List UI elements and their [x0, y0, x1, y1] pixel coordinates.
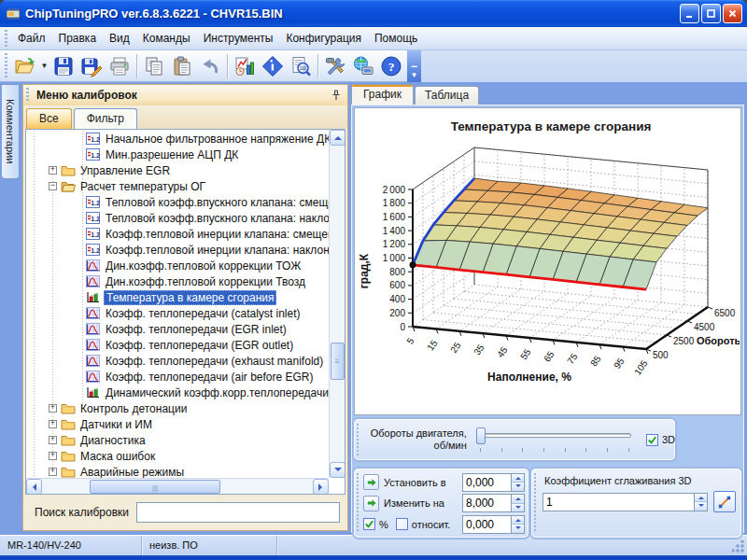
- expand-box[interactable]: +: [49, 404, 57, 413]
- surface-map-icon: [86, 291, 101, 304]
- menu-item-Команды[interactable]: Команды: [136, 29, 197, 48]
- internet-icon: [352, 55, 374, 77]
- rpm-slider-thumb[interactable]: [476, 427, 486, 444]
- tree-item[interactable]: 1.2Начальное фильтрованное напряжение ДК…: [26, 131, 329, 147]
- spin-up-button[interactable]: [512, 495, 524, 504]
- tools-button[interactable]: [321, 52, 349, 80]
- resize-grip[interactable]: [732, 540, 745, 553]
- spin-up-button[interactable]: [512, 516, 524, 525]
- spin-down-button[interactable]: [512, 525, 524, 533]
- tree-item[interactable]: Дин.коэфф.тепловой коррекции Твозд: [26, 273, 329, 289]
- rpm-slider[interactable]: [474, 425, 633, 455]
- menu-item-Вид[interactable]: Вид: [103, 29, 136, 48]
- open-file-button[interactable]: [11, 52, 39, 80]
- tree-item[interactable]: Коэфф. теплопередачи (catalyst inlet): [26, 305, 329, 321]
- rpm-slider-ticks: [480, 448, 629, 453]
- open-file-dropdown-arrow[interactable]: ▼: [39, 52, 49, 80]
- copy-button[interactable]: [140, 52, 168, 80]
- toolbar-grip[interactable]: [4, 53, 8, 78]
- 3d-checkbox[interactable]: [646, 434, 658, 446]
- set-value-input[interactable]: [462, 473, 511, 492]
- internet-button[interactable]: [349, 52, 377, 80]
- compare-chart-button[interactable]: [231, 52, 259, 80]
- tree-item[interactable]: 1.2Коэфф.тепловой инерции клапана: смеще…: [26, 226, 329, 242]
- tree-item[interactable]: Коэфф. теплопередачи (exhaust manifold): [26, 353, 329, 369]
- paste-button[interactable]: [168, 52, 196, 80]
- save-button[interactable]: [49, 52, 78, 80]
- scroll-down-arrow[interactable]: [330, 462, 345, 478]
- relative-value-input[interactable]: [462, 515, 511, 534]
- rpm-slider-track[interactable]: [476, 433, 631, 438]
- expand-box[interactable]: +: [49, 452, 57, 460]
- svg-text:85: 85: [588, 354, 603, 369]
- expand-box[interactable]: +: [49, 468, 57, 476]
- tree-item[interactable]: 1.2Коэфф.тепловой инерции клапана: накло…: [26, 242, 329, 258]
- tree-item[interactable]: +Датчики и ИМ: [26, 416, 329, 432]
- view-tab-Таблица[interactable]: Таблица: [415, 86, 479, 105]
- tree-item[interactable]: Дин.коэфф.тепловой коррекции ТОЖ: [26, 258, 329, 273]
- calibration-tab-Все[interactable]: Все: [26, 108, 72, 129]
- close-button[interactable]: [723, 4, 742, 23]
- menu-item-Инструменты[interactable]: Инструменты: [197, 29, 280, 48]
- view-tab-График[interactable]: График: [351, 84, 414, 105]
- pin-icon[interactable]: [328, 87, 345, 104]
- tree-item[interactable]: Коэфф. теплопередачи (EGR inlet): [26, 321, 329, 337]
- collapse-box[interactable]: −: [49, 182, 57, 190]
- spin-down-button[interactable]: [512, 504, 524, 512]
- menu-item-Конфигурация[interactable]: Конфигурация: [279, 29, 368, 48]
- smoothing-input[interactable]: [543, 493, 694, 511]
- expand-box[interactable]: +: [49, 436, 57, 444]
- tree-item[interactable]: Коэфф. теплопередачи (air before EGR): [26, 369, 329, 385]
- preview-zoom-button[interactable]: 110: [287, 52, 315, 80]
- help-button[interactable]: ?: [377, 52, 405, 80]
- spin-up-button[interactable]: [512, 474, 524, 483]
- panel-grip[interactable]: [25, 88, 30, 103]
- horizontal-scroll-thumb[interactable]: |||: [90, 480, 220, 494]
- tree-item[interactable]: +Аварийные режимы: [26, 464, 329, 478]
- vertical-scroll-thumb[interactable]: ≡: [331, 343, 345, 380]
- tree-item[interactable]: +Маска ошибок: [26, 448, 329, 464]
- expand-box[interactable]: +: [49, 166, 57, 175]
- tree-item[interactable]: +Диагностика: [26, 432, 329, 448]
- scroll-up-arrow[interactable]: [330, 130, 345, 146]
- info-button[interactable]: [259, 52, 287, 80]
- change-value-input[interactable]: [462, 494, 511, 512]
- spin-down-button[interactable]: [512, 483, 524, 491]
- tree-item[interactable]: 1.2Тепловой коэфф.впускного клапана: сме…: [26, 194, 329, 210]
- menu-grip[interactable]: [4, 30, 8, 47]
- calibration-tab-Фильтр[interactable]: Фильтр: [74, 108, 137, 129]
- apply-set-button[interactable]: [363, 474, 379, 490]
- minimize-button[interactable]: [680, 4, 699, 23]
- tree-item[interactable]: Динамический коэфф.корр.теплопередачи: [26, 385, 329, 400]
- toolbar-overflow-chevron[interactable]: ▔▼: [407, 50, 421, 82]
- spin-up-button[interactable]: [695, 494, 707, 503]
- scroll-left-arrow[interactable]: [26, 479, 42, 495]
- expand-box[interactable]: +: [49, 420, 57, 428]
- tree-horizontal-scrollbar[interactable]: |||: [26, 478, 329, 494]
- tree-item[interactable]: 1.2Мин.разрешение АЦП ДК: [26, 147, 329, 162]
- undo-button[interactable]: [196, 52, 224, 80]
- tree-item[interactable]: 1.2Тепловой коэфф.впускного клапана: нак…: [26, 210, 329, 226]
- menu-item-Помощь[interactable]: Помощь: [368, 29, 424, 48]
- tree-item[interactable]: −Расчет температуры ОГ: [26, 178, 329, 194]
- tree-item-label: Коэфф.тепловой инерции клапана: смещение: [104, 228, 329, 241]
- scroll-right-arrow[interactable]: [313, 479, 329, 495]
- relative-checkbox[interactable]: [396, 518, 408, 530]
- spin-down-button[interactable]: [695, 502, 707, 511]
- tree-vertical-scrollbar[interactable]: ≡: [329, 130, 345, 478]
- calibration-search-row: Поиск калибровки: [23, 495, 347, 530]
- tree-item[interactable]: +Контроль детонации: [26, 400, 329, 416]
- tree-item[interactable]: Коэфф. теплопередачи (EGR outlet): [26, 337, 329, 353]
- maximize-button[interactable]: [701, 4, 721, 23]
- menu-item-Правка[interactable]: Правка: [52, 29, 104, 48]
- apply-change-button[interactable]: [363, 496, 379, 511]
- menu-item-Файл[interactable]: Файл: [11, 29, 52, 48]
- percent-checkbox[interactable]: [363, 518, 375, 530]
- save-as-button[interactable]: [78, 52, 106, 80]
- tab-comments[interactable]: Комментарии: [2, 84, 20, 179]
- print-button[interactable]: [106, 52, 134, 80]
- tree-item[interactable]: +Управление EGR: [26, 162, 329, 178]
- search-input[interactable]: [136, 502, 340, 523]
- apply-smoothing-button[interactable]: [713, 491, 736, 512]
- tree-item[interactable]: Температура в камере сгорания: [26, 289, 329, 305]
